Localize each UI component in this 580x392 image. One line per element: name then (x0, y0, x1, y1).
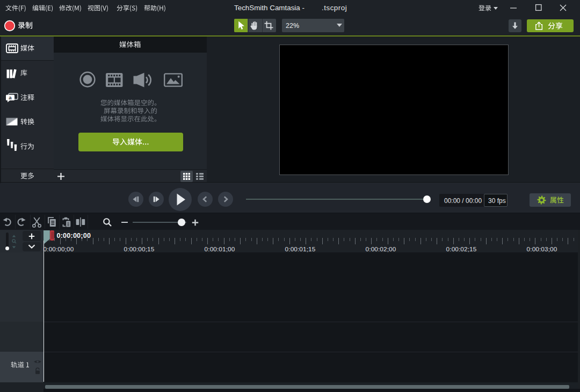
svg-text:a: a (9, 95, 12, 100)
